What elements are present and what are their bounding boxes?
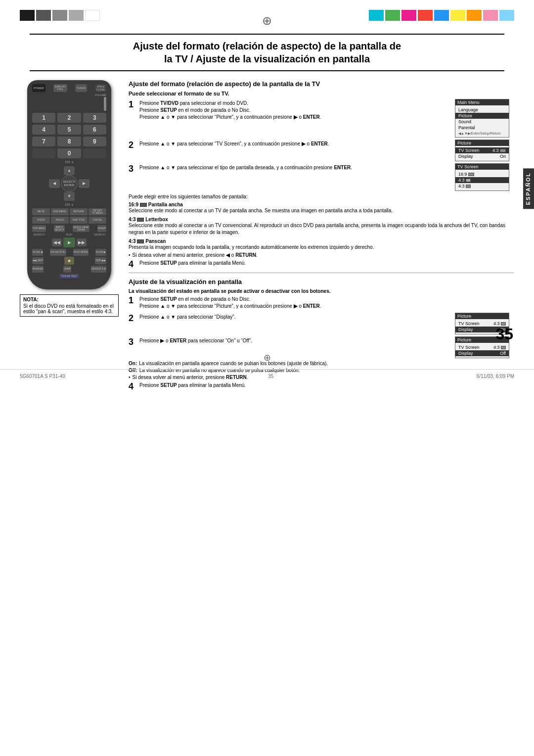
slow-right-button[interactable]: SLOW ▶ — [95, 249, 106, 256]
option-43lb-desc: Seleccione este modo al conectar a un TV… — [129, 222, 514, 236]
page-number: 35 — [495, 325, 513, 343]
pause-button[interactable]: PAUSE/STILL — [50, 249, 66, 256]
color-bar-yellow — [450, 10, 465, 21]
dvd-menu-button[interactable]: DVD MENU — [51, 208, 69, 215]
return-button[interactable]: RETURN — [70, 208, 88, 215]
play-mode-button[interactable]: PLAY MODE — [73, 249, 89, 256]
stop-button[interactable]: ■ — [64, 257, 74, 265]
angle-button[interactable]: ANGLE — [51, 217, 69, 224]
rewind-button[interactable]: ◀◀ — [52, 238, 62, 246]
section1-subtitle: Puede seleccionar el formato de su TV. — [129, 91, 514, 96]
display-call-button[interactable]: DISPLAY/CALL — [53, 84, 67, 92]
step3-sec2-content: Presione ▶ o ENTER para seleccionar “On”… — [139, 337, 447, 344]
title-line2: la TV / Ajuste de la visualización en pa… — [164, 53, 370, 64]
step1-content: Presione TV/DVD para seleccionar el modo… — [139, 100, 447, 121]
color-bar-ltblue — [499, 10, 514, 21]
ch-up-label: CH ∧ — [32, 160, 106, 164]
subtitle-button[interactable]: SUB TITLE — [70, 217, 88, 224]
tvdvd-button[interactable]: TV/DVD — [75, 84, 87, 92]
color-bar-red — [418, 10, 433, 21]
cancel-button[interactable]: CANCEL — [89, 217, 106, 224]
audio-button[interactable]: AUDIO — [32, 217, 50, 224]
menu-picture: Picture — [455, 113, 509, 119]
nav-down-button[interactable]: ▼ — [64, 192, 75, 201]
step2-area: 2 Presione ▲ o ▼ para seleccionar “TV Sc… — [129, 139, 514, 162]
step3-area: 3 Presione ▲ o ▼ para seleccionar el tip… — [129, 162, 514, 192]
remote-control: POWER DISPLAY/CALL TV/DVD OPEN/CLOSE VOL… — [27, 80, 111, 289]
step1: 1 Presione TV/DVD para seleccionar el mo… — [129, 100, 447, 121]
nav-hint: ◀▲▼▶/Enter/Setup/Return — [458, 132, 506, 136]
btn-0[interactable]: 0 — [57, 148, 81, 158]
color-bar-pink — [483, 10, 498, 21]
color-bar-lgray — [69, 10, 84, 21]
footer-center: 35 — [268, 374, 273, 379]
btn-9[interactable]: 9 — [83, 137, 106, 146]
main-title: Ajuste del formato (relación de aspecto)… — [30, 34, 504, 71]
step2-sec2-num: 2 — [129, 314, 136, 323]
btn-1[interactable]: 1 — [32, 113, 55, 123]
color-bar-mgray — [52, 10, 67, 21]
title-line1: Ajuste del formato (relación de aspecto)… — [133, 41, 401, 51]
main-menu-screen: Main Menu Language Picture Sound Parenta… — [455, 99, 509, 138]
left-color-bars — [20, 10, 100, 21]
color-bar-cyan — [369, 10, 384, 21]
step3-content: Presione ▲ o ▼ para seleccionar el tipo … — [139, 164, 447, 171]
step4-sec2-num: 4 — [129, 382, 136, 391]
nav-left-button[interactable]: ◀ — [49, 179, 60, 188]
btn-3[interactable]: 3 — [83, 113, 106, 123]
menu-language: Language — [458, 107, 506, 113]
color-bar-green — [385, 10, 400, 21]
espanol-tab: ESPAÑOL — [523, 168, 534, 209]
option-43ps-heading: 4:3 Panscan — [129, 238, 514, 244]
return-note-1: • Si desea volver al menú anterior, pres… — [129, 252, 514, 258]
step3-sec2: 3 Presione ▶ o ENTER para seleccionar “O… — [129, 337, 447, 346]
slow-left-button[interactable]: SLOW ◀ — [32, 249, 43, 256]
option-43lb-heading: 4:3 Letterbox — [129, 217, 514, 222]
btn-empty1[interactable] — [32, 148, 55, 158]
tvscreen-row: TV Screen4:3 — [455, 147, 509, 153]
top-menu-button[interactable]: TOP MENU — [32, 225, 46, 232]
nav-up-button[interactable]: ▲ — [64, 166, 75, 175]
section1-title: Ajuste del formato (relación de aspecto)… — [129, 80, 514, 89]
tvscreen-title: TV Screen — [455, 164, 509, 170]
input-select-button[interactable]: INPUTSELECT — [54, 225, 64, 232]
page: ⊕ Ajuste del formato (relación de aspect… — [0, 0, 534, 393]
nav-right-button[interactable]: ▶ — [79, 179, 89, 188]
color-bar-black — [20, 10, 35, 21]
repeat-button[interactable]: REPEAT A-B — [91, 266, 106, 273]
mute-button[interactable]: MUTE — [32, 208, 50, 215]
power-button[interactable]: POWER — [32, 84, 45, 92]
left-column: POWER DISPLAY/CALL TV/DVD OPEN/CLOSE VOL… — [20, 75, 119, 393]
btn-7[interactable]: 7 — [32, 137, 55, 146]
jump-button[interactable]: JUMP — [63, 266, 71, 273]
btn-5[interactable]: 5 — [57, 125, 81, 135]
marker-button[interactable]: MARKER — [32, 266, 44, 273]
play-label: PLAY — [66, 233, 73, 236]
select-enter-button[interactable]: SELECT/ENTER — [61, 175, 78, 192]
step3-sec2-area: 3 Presione ▶ o ENTER para seleccionar “O… — [129, 335, 514, 359]
step3-main: 3 Presione ▲ o ▼ para seleccionar el tip… — [129, 162, 447, 192]
btn-6[interactable]: 6 — [83, 125, 106, 135]
ratio-43-lb: 4:3 — [455, 177, 509, 183]
sleep-button[interactable]: SLEEP — [97, 225, 106, 232]
quick-view-button[interactable]: QUICK VIEW/ZOOM — [73, 225, 89, 232]
section2-title: Ajuste de la visualización en pantalla — [129, 278, 514, 286]
open-close-button[interactable]: OPEN/CLOSE — [95, 84, 106, 92]
skip-left-button[interactable]: ◀◀ SKIP — [32, 257, 44, 264]
play-button[interactable]: ▶ — [63, 237, 75, 247]
skip-right-button[interactable]: SKIP ▶▶ — [95, 257, 106, 264]
tv-cartext-button[interactable]: TV/CAR TEXT — [59, 274, 79, 279]
btn-8[interactable]: 8 — [57, 137, 81, 146]
function-row-2: AUDIO ANGLE SUB TITLE CANCEL — [32, 217, 106, 224]
menu-parental: Parental — [458, 125, 506, 131]
btn-empty2[interactable] — [83, 148, 106, 158]
fast-forward-button[interactable]: ▶▶ — [77, 238, 87, 246]
btn-2[interactable]: 2 — [57, 113, 81, 123]
tv-menu-button[interactable]: SETUP/TV MENU — [89, 208, 106, 215]
btn-4[interactable]: 4 — [32, 125, 55, 135]
color-bar-blue — [434, 10, 449, 21]
step1-main: 1 Presione TV/DVD para seleccionar el mo… — [129, 98, 447, 139]
step3-sec2-main: 3 Presione ▶ o ENTER para seleccionar “O… — [129, 335, 447, 359]
step2-sec2-area: 2 Presione ▲ o ▼ para seleccionar “Displ… — [129, 312, 514, 335]
step4-sec1-num: 4 — [129, 260, 136, 269]
